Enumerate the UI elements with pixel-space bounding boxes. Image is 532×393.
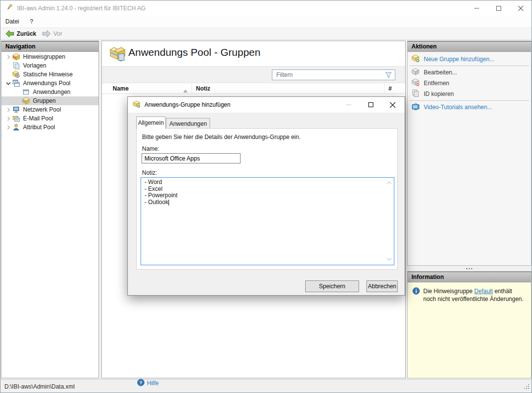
chevron-right-icon[interactable] [4,55,12,59]
navigation-header: Navigation [1,41,98,52]
maximize-button[interactable] [487,0,509,16]
nav-label: Vorlagen [23,62,46,69]
nav-item-netzwerk-pool[interactable]: Netzwerk Pool [1,105,98,114]
nav-label: Netzwerk Pool [23,106,61,113]
nav-item-gruppen[interactable]: Gruppen [1,96,98,105]
tab-allgemein[interactable]: Allgemein [136,116,166,129]
app-pool-icon [12,79,20,87]
minimize-button[interactable] [465,0,487,16]
tab-anwendungen[interactable]: Anwendungen [166,118,210,129]
nav-label: Attribut Pool [23,124,55,131]
navigation-tree: Hinweisgruppen Vorlagen Statische Hinwei… [1,52,98,132]
chevron-right-icon[interactable] [4,108,12,112]
nav-item-email-pool[interactable]: E-Mail Pool [1,114,98,123]
chevron-right-icon[interactable] [4,125,12,130]
edit-group-icon [411,68,420,77]
default-group-link[interactable]: Default [474,288,493,295]
chevron-down-icon[interactable] [4,81,12,86]
scroll-down-icon[interactable] [387,256,392,263]
main-title-row: Anwendungs Pool - Gruppen [102,41,405,66]
forward-arrow-icon [42,30,51,38]
resize-grip[interactable] [523,383,530,392]
nav-label: Statische Hinweise [23,71,73,78]
action-add-group[interactable]: Neue Gruppe hinzufügen... [408,54,531,65]
menu-datei[interactable]: Datei [0,17,24,26]
email-pool-icon [12,115,20,122]
table-header: Name Notiz # [102,83,405,94]
notiz-label: Notiz: [142,169,157,176]
column-header-name[interactable]: Name [102,83,192,93]
action-remove: Entfernen [408,78,531,89]
network-pool-icon [12,106,20,114]
nav-item-anwendungs-pool[interactable]: Anwendungs Pool [1,79,98,88]
separator [410,66,529,66]
app-icon [5,3,13,13]
nav-label: E-Mail Pool [23,115,53,122]
tab-page-allgemein: Bitte geben Sie hier die Details der Anw… [136,128,398,270]
close-button[interactable] [509,0,532,16]
nav-item-attribut-pool[interactable]: Attribut Pool [1,123,98,132]
nav-item-anwendungen[interactable]: Anwendungen [1,88,98,96]
menu-help[interactable]: ? [24,17,39,26]
sort-ascending-icon [183,87,188,94]
help-label: Hilfe [147,380,159,387]
actions-header: Aktionen [408,41,531,52]
forward-button[interactable]: Vor [40,29,64,39]
action-edit: Bearbeiten... [408,67,531,78]
nav-label: Gruppen [33,97,56,104]
dialog-close-button[interactable] [382,97,404,113]
applications-icon [22,88,30,96]
nav-item-statische-hinweise[interactable]: Statische Hinweise [1,70,98,79]
forward-label: Vor [53,30,62,37]
nav-label: Anwendungen [33,89,71,95]
remove-group-icon [411,78,420,88]
dialog-title: Anwendungs-Gruppe hinzufügen [145,101,230,108]
copy-icon [411,89,420,99]
filter-box [272,69,395,80]
name-label: Name: [142,145,159,152]
filter-input[interactable] [272,70,395,80]
separator [410,100,529,101]
app-window: IBI-aws Admin 1.24.0 - registriert für I… [0,0,532,393]
back-label: Zurück [17,30,36,37]
nav-item-hinweisgruppen[interactable]: Hinweisgruppen [1,52,98,61]
help-link[interactable]: ? Hilfe [137,379,159,388]
nav-label: Anwendungs Pool [23,80,71,87]
menu-bar: Datei ? [0,16,532,27]
text-cursor [169,200,169,206]
dialog-title-bar: Anwendungs-Gruppe hinzufügen [128,97,405,113]
name-input[interactable] [142,153,241,163]
nav-item-vorlagen[interactable]: Vorlagen [1,61,98,70]
filter-strip [102,66,405,83]
dialog-icon [133,100,141,110]
tv-icon [411,102,420,112]
filter-funnel-icon[interactable] [385,71,392,80]
notiz-textarea[interactable]: - Word - Excel - Powerpoint - Outlook [141,177,394,265]
attribute-pool-icon [12,123,20,131]
splitter-handle[interactable] [407,267,532,271]
dialog-maximize-button[interactable] [360,97,382,113]
scroll-up-icon[interactable] [387,180,392,186]
column-header-notiz[interactable]: Notiz [192,83,385,93]
save-button[interactable]: Speichern [305,280,359,292]
navigation-panel: Navigation Hinweisgruppen Vorlagen Stati… [1,41,99,378]
add-group-dialog: Anwendungs-Gruppe hinzufügen Allgemein A… [127,96,405,296]
back-button[interactable]: Zurück [3,29,38,39]
static-notices-icon [12,70,20,78]
nav-label: Hinweisgruppen [23,53,65,60]
cancel-button[interactable]: Abbrechen [366,280,398,292]
column-header-count[interactable]: # [385,83,405,93]
information-header: Information [408,272,531,282]
action-video-tutorials[interactable]: Video-Tutorials ansehen... [408,102,531,113]
info-icon [412,287,420,303]
back-arrow-icon [5,30,14,38]
toolbar: Zurück Vor [0,27,532,40]
notiz-text: - Word - Excel - Powerpoint - Outlook [145,179,177,206]
dialog-minimize-button [338,97,360,113]
title-bar: IBI-aws Admin 1.24.0 - registriert für I… [0,0,532,16]
chevron-right-icon[interactable] [4,116,12,121]
groups-icon [22,97,30,105]
templates-icon [12,62,20,69]
svg-text:?: ? [140,380,143,385]
notice-group-icon [12,53,20,61]
